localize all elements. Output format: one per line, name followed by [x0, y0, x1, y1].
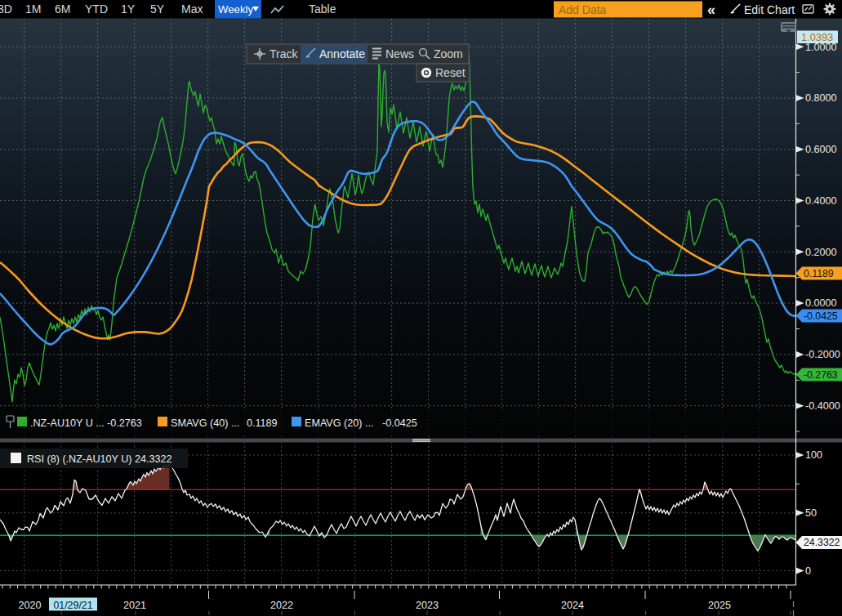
- svg-text:RSI (8) (.NZ-AU10Y U) 24.3322: RSI (8) (.NZ-AU10Y U) 24.3322: [27, 453, 172, 465]
- svg-text:-0.2763: -0.2763: [107, 417, 142, 429]
- svg-text:EMAVG (20) ...: EMAVG (20) ...: [305, 417, 373, 429]
- svg-text:24.3322: 24.3322: [804, 537, 840, 548]
- svg-text:0.4000: 0.4000: [805, 195, 837, 207]
- svg-text:.NZ-AU10Y U ...: .NZ-AU10Y U ...: [30, 417, 105, 429]
- svg-text:1M: 1M: [25, 2, 41, 16]
- svg-text:2023: 2023: [416, 600, 439, 611]
- svg-text:Track: Track: [270, 47, 298, 60]
- svg-text:2025: 2025: [708, 600, 731, 611]
- svg-text:-0.4000: -0.4000: [805, 400, 840, 412]
- svg-text:2024: 2024: [561, 600, 584, 611]
- svg-text:50: 50: [805, 507, 817, 519]
- svg-text:0.2000: 0.2000: [805, 247, 837, 258]
- svg-text:Max: Max: [181, 2, 203, 16]
- svg-text:0.6000: 0.6000: [805, 144, 837, 155]
- svg-text:2021: 2021: [123, 600, 146, 611]
- svg-text:News: News: [385, 47, 414, 60]
- svg-text:3D: 3D: [0, 2, 12, 16]
- svg-text:«: «: [707, 2, 715, 18]
- svg-text:0: 0: [805, 565, 811, 577]
- svg-text:Zoom: Zoom: [434, 47, 463, 60]
- svg-text:Table: Table: [309, 2, 336, 16]
- svg-text:01/29/21: 01/29/21: [53, 600, 92, 611]
- svg-text:Reset: Reset: [435, 66, 466, 79]
- svg-text:0.8000: 0.8000: [805, 92, 837, 104]
- svg-text:1Y: 1Y: [121, 2, 136, 16]
- svg-text:Weekly: Weekly: [218, 3, 253, 16]
- svg-text:5Y: 5Y: [150, 2, 165, 16]
- svg-text:YTD: YTD: [85, 2, 108, 16]
- svg-text:0.0000: 0.0000: [805, 297, 837, 309]
- svg-text:0.1189: 0.1189: [247, 417, 278, 429]
- svg-text:-0.2000: -0.2000: [805, 349, 840, 360]
- svg-text:Edit Chart: Edit Chart: [744, 3, 795, 16]
- svg-text:2022: 2022: [270, 600, 293, 611]
- svg-text:-0.0425: -0.0425: [804, 310, 838, 322]
- svg-text:-0.2763: -0.2763: [804, 369, 838, 381]
- svg-text:1.0393: 1.0393: [801, 31, 833, 43]
- svg-text:100: 100: [805, 449, 822, 461]
- svg-text:-0.0425: -0.0425: [382, 417, 417, 429]
- svg-text:Annotate: Annotate: [319, 47, 365, 60]
- svg-text:0.1189: 0.1189: [804, 268, 834, 279]
- svg-text:2020: 2020: [18, 600, 41, 611]
- svg-text:6M: 6M: [55, 2, 70, 16]
- svg-text:SMAVG (40) ...: SMAVG (40) ...: [171, 417, 239, 429]
- svg-text:Add Data: Add Data: [559, 3, 607, 16]
